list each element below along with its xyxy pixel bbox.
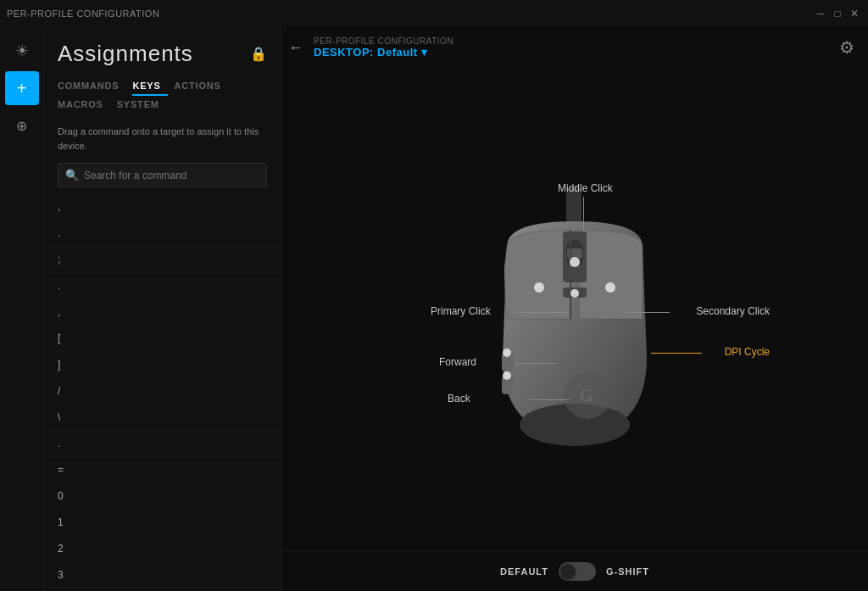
list-item[interactable]: [ [44, 326, 281, 352]
gshift-label: G-SHIFT [606, 566, 649, 577]
list-item[interactable]: ] [44, 352, 281, 378]
list-item[interactable]: ; [44, 247, 281, 273]
settings-button[interactable]: ⚙ [839, 37, 854, 58]
panel-title: Assignments [58, 41, 193, 67]
dpi-cycle-line [651, 353, 702, 354]
secondary-click-line [627, 312, 670, 313]
list-item[interactable]: . [44, 273, 281, 299]
svg-point-15 [503, 371, 511, 380]
brightness-icon: ☀ [15, 42, 29, 60]
list-item[interactable]: 3 [44, 562, 281, 588]
lock-icon: 🔒 [250, 46, 267, 62]
titlebar-left: PER-PROFILE CONFIGURATION [7, 8, 159, 19]
left-panel: Assignments 🔒 COMMANDS KEYS ACTIONS MACR… [44, 27, 281, 591]
move-icon: ⊕ [16, 118, 27, 134]
list-item[interactable]: , [44, 299, 281, 326]
tab-system[interactable]: SYSTEM [117, 96, 166, 114]
close-button[interactable]: ✕ [848, 7, 861, 20]
svg-point-16 [570, 289, 579, 298]
label-dpi-cycle: DPI Cycle [725, 346, 770, 358]
list-item[interactable]: . [44, 431, 281, 457]
tab-commands[interactable]: COMMANDS [58, 77, 125, 96]
gear-icon: ⚙ [839, 38, 854, 57]
list-item[interactable]: = [44, 457, 281, 483]
list-item[interactable]: 2 [44, 536, 281, 562]
svg-point-13 [570, 257, 580, 267]
label-forward: Forward [439, 356, 476, 368]
label-secondary-click: Secondary Click [696, 305, 770, 317]
back-button[interactable]: ← [288, 39, 303, 57]
primary-click-line [517, 312, 568, 313]
add-icon: + [17, 79, 27, 98]
default-label: DEFAULT [500, 566, 548, 577]
profile-name: DESKTOP: Default ▾ [314, 46, 427, 59]
mouse-diagram: G Midd [363, 131, 787, 488]
search-input[interactable] [84, 170, 259, 181]
toggle-knob [560, 564, 576, 579]
list-item[interactable]: . [44, 220, 281, 247]
list-item[interactable]: 0 [44, 483, 281, 510]
sidebar-item-move[interactable]: ⊕ [5, 109, 39, 142]
profile-info: PER-PROFILE CONFIGURATION DESKTOP: Defau… [314, 36, 453, 59]
right-topbar: ← PER-PROFILE CONFIGURATION DESKTOP: Def… [281, 27, 868, 68]
right-panel: ← PER-PROFILE CONFIGURATION DESKTOP: Def… [281, 27, 868, 591]
search-icon: 🔍 [65, 169, 79, 181]
mouse-body-svg: G [481, 187, 668, 459]
forward-line [515, 363, 558, 364]
svg-point-12 [605, 282, 615, 293]
sidebar-item-add[interactable]: + [5, 71, 39, 105]
list-item[interactable]: / [44, 378, 281, 404]
mouse-diagram-area: G Midd [281, 68, 868, 550]
dropdown-icon: ▾ [421, 46, 428, 59]
middle-click-line [583, 197, 584, 231]
bottom-bar: DEFAULT G-SHIFT [281, 550, 868, 591]
sidebar-item-brightness[interactable]: ☀ [5, 34, 39, 68]
list-item[interactable]: \ [44, 404, 281, 431]
tab-keys[interactable]: KEYS [132, 77, 167, 96]
icon-sidebar: ☀ + ⊕ [0, 27, 44, 591]
tabs-container: COMMANDS KEYS ACTIONS MACROS SYSTEM [44, 67, 281, 114]
label-middle-click: Middle Click [558, 182, 613, 194]
list-item[interactable]: , [44, 194, 281, 220]
drag-hint: Drag a command onto a target to assign i… [44, 114, 281, 163]
maximize-button[interactable]: □ [831, 7, 844, 20]
config-label: PER-PROFILE CONFIGURATION [314, 36, 453, 46]
label-back: Back [448, 393, 470, 404]
back-arrow-icon: ← [288, 39, 303, 57]
tab-actions[interactable]: ACTIONS [175, 77, 228, 96]
svg-point-14 [503, 348, 511, 357]
titlebar-config-label: PER-PROFILE CONFIGURATION [7, 8, 159, 19]
tab-macros[interactable]: MACROS [58, 96, 110, 114]
titlebar: PER-PROFILE CONFIGURATION ─ □ ✕ [0, 0, 868, 27]
back-line [529, 399, 570, 400]
titlebar-controls: ─ □ ✕ [814, 7, 861, 20]
svg-text:G: G [579, 384, 593, 405]
gshift-toggle[interactable] [559, 562, 596, 581]
svg-point-11 [534, 282, 544, 293]
panel-header: Assignments 🔒 [44, 27, 281, 67]
label-primary-click: Primary Click [431, 305, 491, 317]
list-item[interactable]: 1 [44, 510, 281, 536]
topbar-left: ← PER-PROFILE CONFIGURATION DESKTOP: Def… [288, 36, 453, 59]
command-list: , . ; . , [ ] / \ . = 0 1 2 3 [44, 194, 281, 591]
main-layout: ☀ + ⊕ Assignments 🔒 COMMANDS KEYS ACTION… [0, 27, 868, 591]
search-container: 🔍 [58, 163, 267, 187]
minimize-button[interactable]: ─ [814, 7, 827, 20]
